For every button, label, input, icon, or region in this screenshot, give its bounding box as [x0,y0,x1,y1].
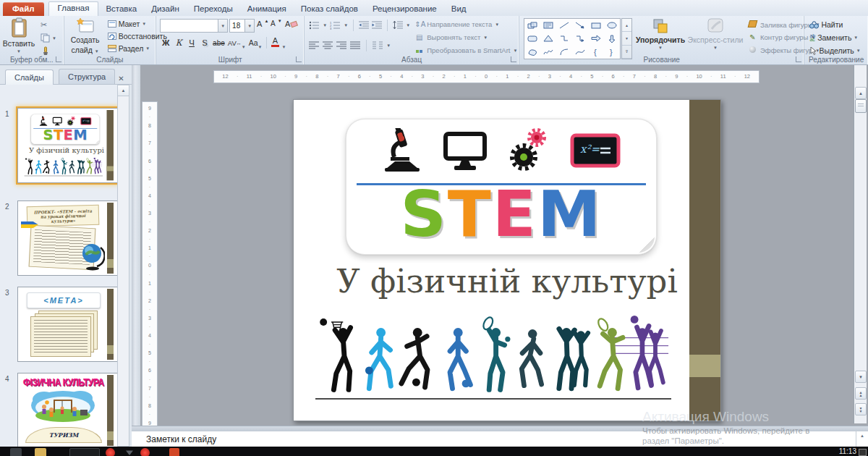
slide-canvas[interactable]: x²= STEM У фізичній культурі [293,99,721,421]
next-slide-icon[interactable]: ▼▼ [855,403,867,415]
paste-button[interactable]: Вставить ▼ [2,17,35,61]
chevron-down-icon[interactable]: ▼ [244,20,254,32]
cut-button[interactable]: ✂ [41,20,47,30]
tab-review[interactable]: Рецензирование [365,2,444,16]
justify-icon[interactable] [350,41,360,50]
character-spacing-button[interactable]: AV↔▼ [226,35,247,48]
shape-rounded-rectangle-icon[interactable] [524,32,540,45]
powerpoint-taskbar-icon[interactable] [169,448,179,456]
format-painter-button[interactable] [41,46,50,56]
shape-line-icon[interactable] [556,19,572,32]
tab-transitions[interactable]: Переходы [187,2,240,16]
shrink-font-button[interactable]: A▼ [271,20,282,28]
shape-right-arrow-icon[interactable] [588,32,604,45]
decrease-indent-icon[interactable] [359,21,369,30]
tray-icon[interactable] [859,449,867,456]
convert-smartart-button[interactable]: Преобразовать в SmartArt▼ [414,46,517,54]
tab-outline-pane[interactable]: Структура [59,69,115,84]
shape-elbow-arrow-icon[interactable] [572,32,588,45]
arrange-button[interactable]: Упорядочить ▼ [637,17,684,61]
line-spacing-icon[interactable] [393,21,403,30]
text-shadow-button[interactable]: S [198,35,211,48]
shape-ellipse-icon[interactable] [604,19,620,32]
scroll-up-icon[interactable]: ▲ [855,87,867,99]
bullet-list-icon[interactable] [309,21,320,30]
align-center-icon[interactable] [323,41,333,50]
columns-icon[interactable] [373,41,383,50]
explorer-icon[interactable] [35,448,46,456]
vertical-scrollbar[interactable]: ▲ ▼ ▲▲ ▼▼ [854,64,867,423]
replace-button[interactable]: abac Заменить▼ [809,33,858,42]
text-direction-button[interactable]: ⇕A Направление текста▼ [414,20,499,28]
copy-button[interactable]: ▼ [41,33,56,43]
shape-arrow-icon[interactable] [572,19,588,32]
tab-home[interactable]: Главная [48,1,99,16]
previous-slide-icon[interactable]: ▲▲ [855,387,867,400]
new-slide-button[interactable]: Создать слайд ▼ [67,17,104,61]
italic-button[interactable]: К [172,35,185,48]
chevron-icon[interactable] [126,448,133,455]
align-right-icon[interactable] [336,41,346,50]
font-size-combo[interactable]: 18 ▼ [229,19,255,33]
panel-scrollbar[interactable]: ▲ [117,85,129,447]
tab-file[interactable]: Файл [3,2,44,16]
tab-insert[interactable]: Вставка [98,2,144,16]
bold-button[interactable]: Ж [159,35,172,48]
grow-font-button[interactable]: A▲ [257,20,268,28]
tab-animations[interactable]: Анимация [240,2,294,16]
section-button[interactable]: Раздел▼ [108,44,150,53]
numbered-list-icon[interactable]: 123 [330,21,341,30]
shape-shapes-multi-icon[interactable] [524,19,540,32]
shape-rectangle-icon[interactable] [588,19,604,32]
layout-button[interactable]: Макет▼ [108,20,147,28]
sport-figure [401,328,427,387]
tab-slides-pane[interactable]: Слайды [5,69,54,85]
tab-view[interactable]: Вид [444,2,474,16]
dialog-launcher-icon[interactable] [511,56,516,62]
clear-formatting-button[interactable]: A [285,20,297,28]
start-button[interactable] [10,448,22,456]
monitor-icon [52,117,62,127]
align-left-icon[interactable] [309,41,319,50]
scrollbar-thumb[interactable] [855,99,867,113]
slide-thumbnail-2[interactable]: 2 ПРОЕКТ- «STEM – освіта на уроках фізич… [17,200,119,276]
app-window-icon[interactable] [69,448,100,456]
scroll-up-icon[interactable]: ▲ [860,434,864,438]
browser-icon[interactable] [106,448,115,456]
shape-text-box-icon[interactable] [540,19,556,32]
slide-thumbnail-1[interactable]: 1 [17,108,119,183]
shape-down-arrow-icon[interactable] [604,32,620,45]
font-name-combo[interactable]: ▼ [160,19,228,33]
dialog-launcher-icon[interactable] [56,56,61,62]
ruler-number: 11 [720,74,726,80]
font-color-button[interactable]: А [269,35,282,48]
gallery-up-icon[interactable]: ▲ [622,19,631,32]
chevron-down-icon[interactable]: ▼ [218,20,227,32]
quick-styles-button[interactable]: Экспресс-стили ▼ [687,17,744,61]
shape-elbow-connector-icon[interactable] [556,32,572,45]
taskbar-clock[interactable]: 11:13 [839,447,856,455]
scroll-down-icon[interactable]: ▼ [855,371,867,383]
shape-triangle-icon[interactable] [540,32,556,45]
slide-thumbnail-4[interactable]: 4 ФІЗИЧНА КУЛЬТУРА [17,373,119,447]
ruler-number: 6 [358,74,361,80]
tab-slideshow[interactable]: Показ слайдов [294,2,365,16]
scroll-up-icon[interactable]: ▲ [118,85,129,96]
tab-design[interactable]: Дизайн [144,2,187,16]
slide-thumbnail-3[interactable]: 3 <МЕТА> [17,287,119,362]
change-case-button[interactable]: Aa▼ [247,35,264,48]
gallery-down-icon[interactable]: ▼ [622,32,631,45]
close-pane-icon[interactable]: ✕ [115,73,127,84]
find-button[interactable]: Найти [809,20,843,29]
browser-icon-2[interactable] [140,448,150,456]
increase-indent-icon[interactable] [372,21,382,30]
notes-scrollbar[interactable]: ▲ [856,431,868,447]
underline-button[interactable]: Ч [185,35,198,48]
dialog-launcher-icon[interactable] [796,56,801,62]
align-text-button[interactable]: ▤ Выровнять текст▼ [414,33,488,41]
strikethrough-button[interactable]: abe [211,35,226,48]
sport-figure [650,331,663,384]
select-button[interactable]: Выделить▼ [809,46,860,55]
dialog-launcher-icon[interactable] [296,56,302,62]
pane-splitter[interactable] [132,64,140,426]
